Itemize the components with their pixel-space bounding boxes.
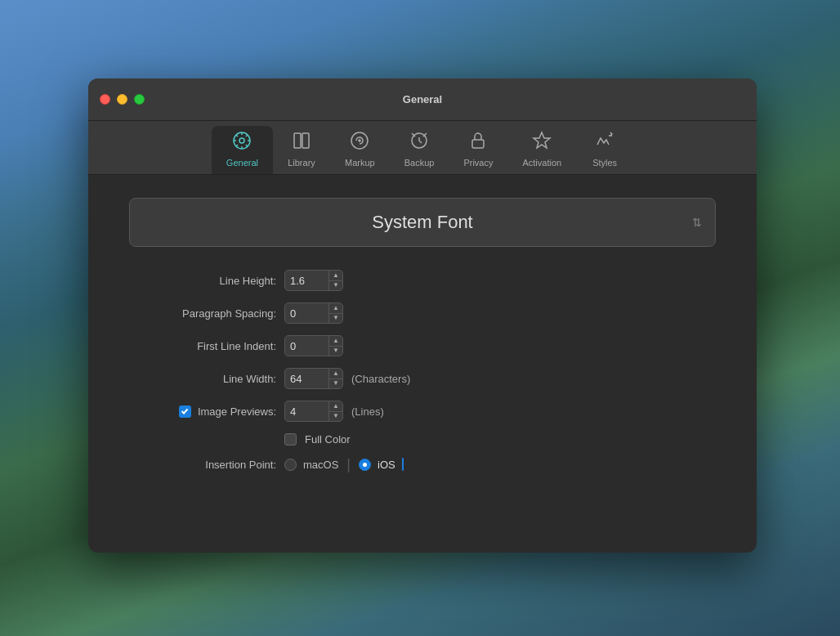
- full-color-checkbox[interactable]: [284, 433, 297, 446]
- image-previews-spinbox[interactable]: 4 ▲ ▼: [284, 401, 343, 422]
- paragraph-spacing-up[interactable]: ▲: [329, 303, 342, 314]
- tab-styles-label: Styles: [592, 158, 617, 168]
- image-previews-up[interactable]: ▲: [329, 401, 342, 412]
- first-line-indent-arrows: ▲ ▼: [328, 336, 342, 356]
- radio-ios-label: iOS: [378, 459, 395, 471]
- line-width-down[interactable]: ▼: [329, 379, 342, 389]
- tab-markup-label: Markup: [345, 158, 375, 168]
- radio-macos-label: macOS: [303, 459, 338, 471]
- line-width-label: Line Width:: [129, 373, 276, 385]
- tab-privacy-label: Privacy: [463, 158, 493, 168]
- close-button[interactable]: [100, 94, 110, 105]
- line-height-up[interactable]: ▲: [329, 271, 342, 281]
- insertion-point-label: Insertion Point:: [129, 459, 276, 471]
- tab-privacy[interactable]: Privacy: [449, 126, 507, 174]
- markup-icon: [350, 131, 369, 155]
- svg-rect-6: [472, 140, 484, 148]
- full-color-label: Full Color: [305, 433, 351, 446]
- line-width-unit: (Characters): [351, 373, 410, 385]
- first-line-indent-value[interactable]: 0: [285, 340, 328, 352]
- tab-library[interactable]: Library: [273, 126, 330, 174]
- radio-macos[interactable]: [284, 459, 297, 471]
- line-height-value[interactable]: 1.6: [285, 275, 328, 287]
- paragraph-spacing-spinbox[interactable]: 0 ▲ ▼: [284, 302, 343, 324]
- tab-activation[interactable]: Activation: [507, 126, 576, 174]
- first-line-indent-down[interactable]: ▼: [329, 347, 342, 356]
- line-height-spinbox[interactable]: 1.6 ▲ ▼: [284, 270, 343, 291]
- tab-activation-label: Activation: [522, 158, 561, 168]
- titlebar: General: [88, 78, 757, 121]
- maximize-button[interactable]: [134, 94, 145, 105]
- insertion-point-radio-group: macOS | iOS: [284, 457, 404, 472]
- line-width-row: Line Width: 64 ▲ ▼ (Characters): [129, 368, 716, 389]
- svg-marker-7: [534, 132, 550, 148]
- tab-markup[interactable]: Markup: [330, 126, 390, 174]
- svg-point-0: [239, 138, 244, 143]
- library-icon: [292, 131, 311, 155]
- paragraph-spacing-label: Paragraph Spacing:: [129, 307, 276, 320]
- tab-backup-label: Backup: [404, 158, 435, 168]
- line-height-label: Line Height:: [129, 275, 276, 287]
- line-width-up[interactable]: ▲: [329, 369, 342, 379]
- line-width-spinbox[interactable]: 64 ▲ ▼: [284, 368, 343, 389]
- minimize-button[interactable]: [117, 94, 127, 105]
- toolbar: General Library Markup: [88, 121, 757, 175]
- image-previews-row: Image Previews: 4 ▲ ▼ (Lines): [129, 401, 716, 422]
- image-previews-checkbox[interactable]: [179, 405, 191, 418]
- full-color-row: Full Color: [129, 433, 716, 446]
- first-line-indent-label: First Line Indent:: [129, 340, 276, 352]
- line-height-row: Line Height: 1.6 ▲ ▼: [129, 270, 716, 291]
- insertion-point-row: Insertion Point: macOS | iOS: [129, 457, 716, 472]
- traffic-lights: [100, 94, 145, 105]
- window-title: General: [403, 93, 442, 105]
- tab-backup[interactable]: Backup: [390, 126, 449, 174]
- svg-point-4: [359, 140, 360, 141]
- radio-ios[interactable]: [359, 459, 371, 471]
- font-selector-arrow-icon: ⇅: [692, 216, 702, 229]
- backup-icon: [409, 131, 429, 155]
- font-selector-value: System Font: [372, 212, 472, 233]
- line-height-arrows: ▲ ▼: [328, 271, 342, 290]
- insertion-cursor: [402, 458, 404, 471]
- image-previews-arrows: ▲ ▼: [328, 401, 342, 421]
- first-line-indent-row: First Line Indent: 0 ▲ ▼: [129, 335, 716, 356]
- tab-general[interactable]: General: [212, 126, 273, 174]
- tab-general-label: General: [226, 158, 258, 168]
- tab-library-label: Library: [288, 158, 315, 168]
- first-line-indent-up[interactable]: ▲: [329, 336, 342, 347]
- image-previews-unit: (Lines): [351, 405, 384, 418]
- first-line-indent-spinbox[interactable]: 0 ▲ ▼: [284, 335, 343, 356]
- image-previews-value[interactable]: 4: [285, 405, 328, 418]
- paragraph-spacing-row: Paragraph Spacing: 0 ▲ ▼: [129, 302, 716, 324]
- paragraph-spacing-value[interactable]: 0: [285, 307, 328, 320]
- privacy-icon: [468, 131, 488, 155]
- form-rows: Line Height: 1.6 ▲ ▼ Paragraph Spacing: …: [129, 270, 716, 472]
- line-height-down[interactable]: ▼: [329, 281, 342, 291]
- paragraph-spacing-arrows: ▲ ▼: [328, 303, 342, 323]
- radio-separator: |: [346, 457, 351, 472]
- activation-icon: [532, 131, 552, 155]
- paragraph-spacing-down[interactable]: ▼: [329, 314, 342, 324]
- general-icon: [232, 131, 252, 155]
- svg-rect-1: [294, 133, 301, 148]
- styles-icon: [595, 131, 614, 155]
- tab-styles[interactable]: Styles: [576, 126, 633, 174]
- line-width-arrows: ▲ ▼: [328, 369, 342, 388]
- image-previews-down[interactable]: ▼: [329, 412, 342, 422]
- svg-rect-2: [302, 133, 309, 148]
- font-selector[interactable]: System Font ⇅: [129, 198, 716, 247]
- image-previews-label: Image Previews:: [198, 405, 276, 418]
- content-area: System Font ⇅ Line Height: 1.6 ▲ ▼ Parag…: [88, 175, 757, 553]
- line-width-value[interactable]: 64: [285, 373, 328, 385]
- window: General General Libra: [88, 78, 757, 553]
